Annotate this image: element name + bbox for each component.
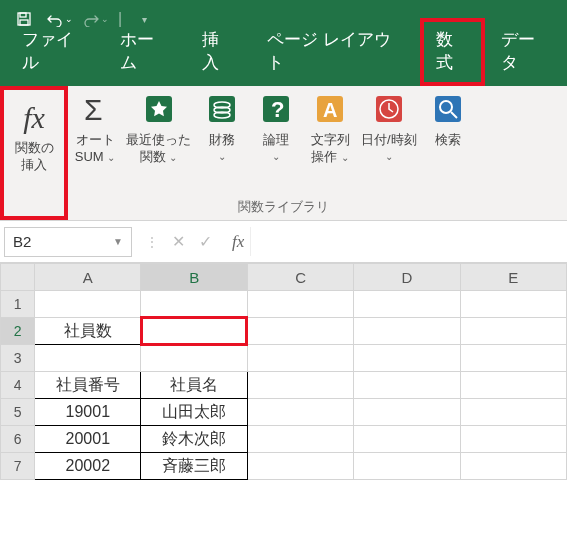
cell[interactable] <box>247 318 353 345</box>
lookup-l: 検索 <box>435 132 461 149</box>
tab-formulas[interactable]: 数式 <box>420 18 485 86</box>
cell[interactable] <box>354 318 460 345</box>
cell[interactable] <box>354 453 460 480</box>
cell[interactable]: 社員番号 <box>35 372 141 399</box>
row-header[interactable]: 2 <box>1 318 35 345</box>
cell[interactable] <box>460 291 566 318</box>
formula-input[interactable] <box>250 227 563 256</box>
fx-icon: fx <box>23 98 45 136</box>
cell[interactable] <box>460 345 566 372</box>
insert-fn-label1: 関数の <box>15 140 54 157</box>
row-header[interactable]: 7 <box>1 453 35 480</box>
recent-l2: 関数 ⌄ <box>140 149 178 166</box>
confirm-icon[interactable]: ✓ <box>199 232 212 251</box>
recent-l1: 最近使った <box>126 132 191 149</box>
star-icon <box>142 90 176 128</box>
redo-icon[interactable]: ⌄ <box>82 5 110 33</box>
ribbon-group-label: 関数ライブラリ <box>0 198 567 216</box>
tab-pagelayout[interactable]: ページ レイアウト <box>251 18 420 86</box>
cell[interactable] <box>460 426 566 453</box>
cell[interactable] <box>460 453 566 480</box>
chevron-down-icon: ▼ <box>113 236 123 247</box>
cell[interactable]: 山田太郎 <box>141 399 247 426</box>
row-header[interactable]: 6 <box>1 426 35 453</box>
cell[interactable] <box>35 291 141 318</box>
svg-text:A: A <box>323 99 337 121</box>
cell[interactable] <box>354 372 460 399</box>
cell[interactable] <box>247 453 353 480</box>
cell[interactable]: 20001 <box>35 426 141 453</box>
col-header-c[interactable]: C <box>247 264 353 291</box>
formula-bar-icons: ⋮ ✕ ✓ <box>132 232 226 251</box>
datetime-l: 日付/時刻 <box>361 132 417 149</box>
cell[interactable]: 20002 <box>35 453 141 480</box>
question-icon: ? <box>259 90 293 128</box>
customize-qat-icon[interactable]: ▾ <box>130 5 158 33</box>
svg-text:Σ: Σ <box>84 93 103 126</box>
cancel-icon[interactable]: ✕ <box>172 232 185 251</box>
cell[interactable] <box>141 291 247 318</box>
letter-a-icon: A <box>313 90 347 128</box>
cell[interactable] <box>247 345 353 372</box>
cell[interactable] <box>460 399 566 426</box>
cell[interactable] <box>247 426 353 453</box>
tab-insert[interactable]: 挿入 <box>186 18 251 86</box>
row-header[interactable]: 4 <box>1 372 35 399</box>
row-header[interactable]: 3 <box>1 345 35 372</box>
cell[interactable] <box>460 372 566 399</box>
tab-data[interactable]: データ <box>485 18 567 86</box>
coins-icon <box>205 90 239 128</box>
cell[interactable]: 斉藤三郎 <box>141 453 247 480</box>
cell[interactable] <box>354 426 460 453</box>
logical-l: 論理 <box>263 132 289 149</box>
cell[interactable] <box>460 318 566 345</box>
cell[interactable] <box>141 345 247 372</box>
dd: ⌄ <box>218 150 226 163</box>
col-header-d[interactable]: D <box>354 264 460 291</box>
cell-a2[interactable]: 社員数 <box>35 318 141 345</box>
select-all-corner[interactable] <box>1 264 35 291</box>
dd: ⌄ <box>385 150 393 163</box>
svg-rect-1 <box>20 13 26 17</box>
name-box-value: B2 <box>13 233 31 250</box>
ribbon: fx 関数の 挿入 Σ オート SUM ⌄ 最近使った 関数 ⌄ 財務 ⌄ ? … <box>0 86 567 221</box>
col-header-a[interactable]: A <box>35 264 141 291</box>
qat-separator: | <box>118 10 122 28</box>
cell[interactable] <box>354 291 460 318</box>
row-header[interactable]: 5 <box>1 399 35 426</box>
clock-icon <box>372 90 406 128</box>
grid: A B C D E 1 2社員数 3 4社員番号社員名 519001山田太郎 6… <box>0 263 567 480</box>
svg-rect-15 <box>435 96 461 122</box>
autosum-l1: オート <box>76 132 115 149</box>
cell[interactable] <box>247 372 353 399</box>
col-header-b[interactable]: B <box>141 264 247 291</box>
formula-bar: B2 ▼ ⋮ ✕ ✓ fx <box>0 221 567 263</box>
cell[interactable]: 社員名 <box>141 372 247 399</box>
search-icon <box>431 90 465 128</box>
fx-icon[interactable]: fx <box>226 232 250 252</box>
dots-icon: ⋮ <box>146 235 158 249</box>
text-l2: 操作 ⌄ <box>311 149 349 166</box>
cell[interactable] <box>247 291 353 318</box>
cell[interactable]: 鈴木次郎 <box>141 426 247 453</box>
cell[interactable] <box>247 399 353 426</box>
ribbon-tabs: ファイル ホーム 挿入 ページ レイアウト 数式 データ <box>0 38 567 86</box>
dd: ⌄ <box>272 150 280 163</box>
cell[interactable]: 19001 <box>35 399 141 426</box>
cell[interactable] <box>354 345 460 372</box>
row-header[interactable]: 1 <box>1 291 35 318</box>
name-box[interactable]: B2 ▼ <box>4 227 132 257</box>
autosum-l2: SUM ⌄ <box>75 149 116 166</box>
cell[interactable] <box>354 399 460 426</box>
insert-fn-label2: 挿入 <box>21 157 47 174</box>
col-header-e[interactable]: E <box>460 264 566 291</box>
cell[interactable] <box>35 345 141 372</box>
financial-l: 財務 <box>209 132 235 149</box>
text-l1: 文字列 <box>311 132 350 149</box>
sigma-icon: Σ <box>78 90 112 128</box>
svg-text:?: ? <box>271 97 284 122</box>
cell-b2[interactable] <box>141 318 247 345</box>
